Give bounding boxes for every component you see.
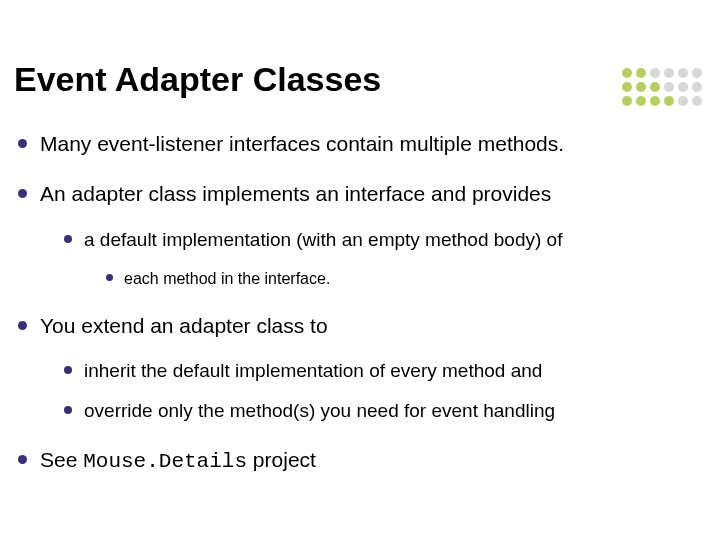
- dot-icon: [678, 68, 688, 78]
- slide-body: Many event-listener interfaces contain m…: [14, 130, 706, 498]
- dot-icon: [622, 96, 632, 106]
- bullet-4: See Mouse.Details project: [14, 446, 706, 476]
- dot-icon: [664, 68, 674, 78]
- dot-icon: [650, 68, 660, 78]
- bullet-2-1-1-text: each method in the interface.: [124, 270, 330, 287]
- dot-icon: [678, 82, 688, 92]
- bullet-4-pre: See: [40, 448, 83, 471]
- bullet-3-1-text: inherit the default implementation of ev…: [84, 360, 542, 381]
- dot-icon: [678, 96, 688, 106]
- bullet-3-text: You extend an adapter class to: [40, 314, 328, 337]
- dot-icon: [636, 82, 646, 92]
- bullet-3-2-text: override only the method(s) you need for…: [84, 400, 555, 421]
- bullet-1: Many event-listener interfaces contain m…: [14, 130, 706, 158]
- slide-title: Event Adapter Classes: [14, 60, 381, 99]
- bullet-2-1: a default implementation (with an empty …: [40, 227, 706, 290]
- dot-icon: [664, 96, 674, 106]
- decorative-dot-grid: [622, 68, 702, 106]
- dot-icon: [622, 68, 632, 78]
- dot-icon: [692, 68, 702, 78]
- bullet-1-text: Many event-listener interfaces contain m…: [40, 132, 564, 155]
- dot-icon: [692, 96, 702, 106]
- bullet-2-1-text: a default implementation (with an empty …: [84, 229, 562, 250]
- dot-icon: [622, 82, 632, 92]
- bullet-2: An adapter class implements an interface…: [14, 180, 706, 290]
- bullet-2-text: An adapter class implements an interface…: [40, 182, 551, 205]
- dot-icon: [636, 96, 646, 106]
- bullet-3: You extend an adapter class to inherit t…: [14, 312, 706, 424]
- bullet-3-1: inherit the default implementation of ev…: [40, 358, 706, 384]
- bullet-4-post: project: [247, 448, 316, 471]
- dot-icon: [636, 68, 646, 78]
- dot-icon: [692, 82, 702, 92]
- bullet-3-2: override only the method(s) you need for…: [40, 398, 706, 424]
- dot-icon: [664, 82, 674, 92]
- bullet-4-code: Mouse.Details: [83, 450, 247, 473]
- dot-icon: [650, 96, 660, 106]
- bullet-2-1-1: each method in the interface.: [84, 268, 706, 290]
- dot-icon: [650, 82, 660, 92]
